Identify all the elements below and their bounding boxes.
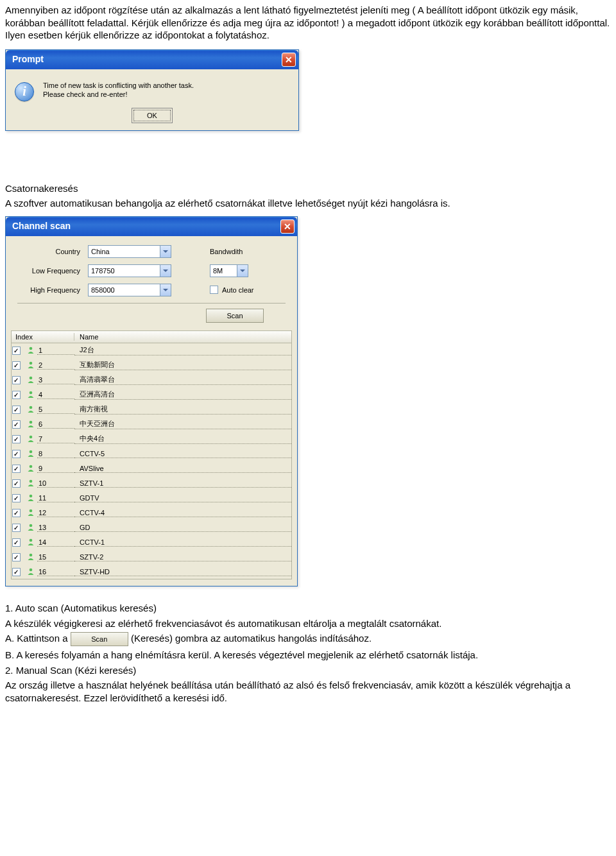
svg-point-1 [30, 362, 33, 365]
scan-titlebar: Channel scan ✕ [6, 217, 297, 236]
instr-lineA: A. Kattintson a Scan (Keresés) gombra az… [5, 632, 611, 646]
instr-h1: 1. Auto scan (Automatikus keresés) [5, 602, 611, 615]
row-name: 高清翡翠台 [74, 375, 291, 385]
label-autoclear: Auto clear [222, 286, 254, 294]
channel-icon [24, 567, 37, 576]
row-checkbox[interactable] [12, 347, 21, 355]
table-row[interactable]: 5南方衛視 [12, 402, 291, 417]
table-row[interactable]: 4亞洲高清台 [12, 388, 291, 402]
channel-scan-dialog: Channel scan ✕ Country China Bandwdith L… [5, 216, 298, 586]
channel-icon [24, 479, 37, 488]
channel-icon [24, 434, 37, 443]
row-checkbox[interactable] [12, 568, 21, 576]
table-row[interactable]: 8CCTV-5 [12, 447, 291, 461]
bandwidth-select[interactable]: 8M [210, 264, 248, 277]
table-row[interactable]: 13GD [12, 520, 291, 535]
channel-icon [24, 523, 37, 532]
row-name: CCTV-1 [74, 538, 291, 547]
row-checkbox-wrap [12, 376, 24, 384]
prompt-text: Time of new task is conflicting with ano… [39, 81, 194, 100]
svg-point-12 [30, 524, 33, 527]
prompt-line1: Time of new task is conflicting with ano… [43, 81, 194, 90]
scan-button[interactable]: Scan [206, 309, 264, 323]
section-heading: Csatornakeresés [5, 182, 611, 195]
row-checkbox[interactable] [12, 406, 21, 414]
scan-title: Channel scan [12, 221, 71, 231]
table-row[interactable]: 9AVSlive [12, 461, 291, 476]
svg-point-14 [30, 554, 33, 557]
table-row[interactable]: 12CCTV-4 [12, 506, 291, 520]
row-checkbox[interactable] [12, 479, 21, 488]
row-name: 中天亞洲台 [74, 419, 291, 429]
row-index: 1 [37, 347, 74, 355]
svg-point-10 [30, 495, 33, 498]
channel-icon [24, 346, 37, 355]
table-row[interactable]: 15SZTV-2 [12, 550, 291, 565]
table-row[interactable]: 7中央4台 [12, 432, 291, 447]
svg-point-4 [30, 406, 33, 409]
prompt-title: Prompt [12, 54, 44, 64]
ok-button[interactable]: OK [133, 110, 171, 121]
row-checkbox[interactable] [12, 450, 21, 458]
header-name[interactable]: Name [74, 333, 291, 341]
close-icon: ✕ [284, 221, 291, 232]
highfreq-select[interactable]: 858000 [88, 284, 171, 296]
svg-point-11 [30, 509, 33, 513]
svg-point-6 [30, 436, 33, 439]
info-icon-wrap: i [15, 81, 39, 101]
autoclear-checkbox[interactable] [210, 286, 218, 294]
channel-icon [24, 508, 37, 517]
close-button[interactable]: ✕ [282, 53, 296, 67]
row-checkbox-wrap [12, 420, 24, 429]
highfreq-value: 858000 [91, 286, 115, 294]
row-checkbox[interactable] [12, 376, 21, 384]
row-checkbox[interactable] [12, 524, 21, 532]
row-index: 10 [37, 479, 74, 488]
instr-lB: B. A keresés folyamán a hang elnémításra… [5, 649, 611, 662]
row-index: 4 [37, 391, 74, 399]
row-index: 3 [37, 376, 74, 384]
inline-scan-button[interactable]: Scan [71, 632, 128, 646]
table-row[interactable]: 3高清翡翠台 [12, 373, 291, 388]
row-checkbox[interactable] [12, 538, 21, 547]
row-checkbox[interactable] [12, 435, 21, 443]
svg-point-0 [30, 347, 33, 350]
country-select[interactable]: China [88, 245, 171, 258]
row-checkbox[interactable] [12, 494, 21, 502]
svg-point-9 [30, 480, 33, 483]
channel-list: 1J2台2互動新聞台3高清翡翠台4亞洲高清台5南方衛視6中天亞洲台7中央4台8C… [11, 343, 292, 579]
row-index: 8 [37, 450, 74, 458]
label-country: Country [17, 248, 88, 255]
instr-h2: 2. Manual Scan (Kézi keresés) [5, 664, 611, 677]
info-icon: i [15, 82, 34, 101]
divider [17, 303, 286, 304]
table-row[interactable]: 16SZTV-HD [12, 565, 291, 579]
row-checkbox-wrap [12, 568, 24, 576]
table-row[interactable]: 10SZTV-1 [12, 476, 291, 491]
instr-l1: A készülék végigkeresi az elérhető frekv… [5, 617, 611, 630]
channel-icon [24, 390, 37, 399]
instr-lA-post: (Keresés) gombra az automatikus hangolás… [131, 633, 372, 644]
header-index[interactable]: Index [12, 333, 74, 341]
table-row[interactable]: 6中天亞洲台 [12, 417, 291, 432]
row-checkbox[interactable] [12, 361, 21, 370]
row-name: GDTV [74, 494, 291, 502]
row-checkbox[interactable] [12, 420, 21, 429]
table-row[interactable]: 1J2台 [12, 343, 291, 358]
scan-close-button[interactable]: ✕ [280, 219, 295, 234]
row-checkbox[interactable] [12, 465, 21, 473]
row-checkbox[interactable] [12, 391, 21, 399]
row-index: 12 [37, 509, 74, 517]
label-lowfreq: Low Frequency [17, 267, 88, 275]
lowfreq-select[interactable]: 178750 [88, 264, 171, 277]
row-checkbox[interactable] [12, 509, 21, 517]
channel-icon [24, 405, 37, 414]
table-row[interactable]: 11GDTV [12, 491, 291, 506]
svg-point-5 [30, 421, 33, 424]
chevron-down-icon [237, 265, 248, 277]
row-index: 9 [37, 465, 74, 473]
row-name: 亞洲高清台 [74, 389, 291, 400]
table-row[interactable]: 14CCTV-1 [12, 535, 291, 550]
table-row[interactable]: 2互動新聞台 [12, 358, 291, 373]
row-checkbox[interactable] [12, 553, 21, 561]
